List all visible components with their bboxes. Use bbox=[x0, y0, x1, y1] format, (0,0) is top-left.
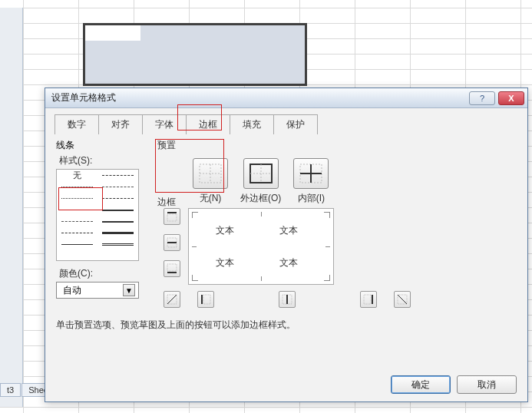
svg-rect-18 bbox=[203, 295, 210, 304]
tab-font[interactable]: 字体 bbox=[142, 114, 187, 134]
border-bottom-buttons bbox=[164, 291, 411, 308]
dialog-body: 线条 样式(S): 无 bbox=[45, 134, 527, 368]
border-diag-down-button[interactable] bbox=[394, 291, 411, 308]
border-bottom-icon bbox=[167, 263, 177, 274]
tick-marker bbox=[192, 246, 197, 247]
tab-alignment[interactable]: 对齐 bbox=[98, 114, 143, 134]
corner-marker bbox=[324, 275, 330, 281]
line-group-label: 线条 bbox=[56, 140, 74, 150]
cancel-button[interactable]: 取消 bbox=[457, 375, 517, 394]
border-hmiddle-button[interactable] bbox=[164, 234, 180, 251]
preset-inside: 内部(I) bbox=[293, 158, 329, 205]
tab-number[interactable]: 数字 bbox=[55, 114, 99, 134]
border-diag-up-icon bbox=[167, 294, 177, 305]
tick-marker bbox=[261, 212, 262, 216]
preset-outline-button[interactable] bbox=[243, 158, 279, 189]
style-option[interactable] bbox=[57, 204, 97, 216]
preview-text: 文本 bbox=[279, 256, 298, 269]
dialog-title: 设置单元格格式 bbox=[51, 91, 116, 104]
ok-button[interactable]: 确定 bbox=[391, 375, 451, 394]
preview-text: 文本 bbox=[279, 224, 298, 237]
style-none[interactable]: 无 bbox=[57, 170, 97, 181]
border-hmiddle-icon bbox=[167, 237, 177, 248]
border-bottom-button[interactable] bbox=[164, 260, 180, 277]
tab-border[interactable]: 边框 bbox=[186, 114, 230, 134]
svg-line-24 bbox=[398, 295, 407, 304]
preset-outline: 外边框(O) bbox=[240, 158, 281, 205]
tick-marker bbox=[325, 246, 330, 247]
border-left-button[interactable] bbox=[197, 291, 214, 308]
border-left-icon bbox=[200, 294, 211, 305]
svg-rect-21 bbox=[364, 295, 371, 304]
border-preview[interactable]: 文本 文本 文本 文本 bbox=[188, 208, 334, 285]
corner-marker bbox=[192, 212, 198, 218]
preset-area: 预置 无(N) bbox=[157, 139, 518, 208]
border-side-buttons bbox=[164, 208, 180, 277]
selected-range bbox=[83, 23, 307, 86]
titlebar: 设置单元格格式 ? X bbox=[45, 88, 527, 108]
preview-text: 文本 bbox=[216, 256, 234, 269]
tabstrip: 数字 对齐 字体 边框 填充 保护 bbox=[45, 108, 527, 134]
style-option[interactable] bbox=[97, 193, 138, 204]
color-label: 颜色(C): bbox=[59, 267, 148, 280]
corner-marker bbox=[192, 275, 198, 281]
style-option[interactable] bbox=[97, 227, 138, 239]
row-header-gutter bbox=[0, 8, 23, 407]
tab-protection[interactable]: 保护 bbox=[273, 114, 318, 134]
style-option[interactable] bbox=[97, 181, 138, 193]
style-option[interactable] bbox=[97, 204, 138, 216]
svg-line-16 bbox=[167, 295, 177, 304]
style-option[interactable] bbox=[97, 216, 138, 227]
close-button[interactable]: X bbox=[498, 91, 524, 105]
color-dropdown[interactable]: 自动 ▼ bbox=[56, 282, 139, 299]
style-option[interactable] bbox=[57, 239, 97, 250]
preset-none: 无(N) bbox=[193, 158, 228, 205]
border-label: 边框 bbox=[157, 196, 176, 209]
svg-rect-13 bbox=[167, 264, 177, 271]
helper-text: 单击预置选项、预览草图及上面的按钮可以添加边框样式。 bbox=[56, 319, 517, 332]
style-option[interactable] bbox=[97, 170, 138, 181]
style-option[interactable] bbox=[57, 193, 97, 204]
border-diag-up-button[interactable] bbox=[164, 291, 180, 308]
style-option[interactable] bbox=[57, 216, 97, 227]
border-vmiddle-icon bbox=[282, 294, 292, 305]
line-group: 线条 样式(S): 无 bbox=[56, 139, 148, 292]
border-right-button[interactable] bbox=[360, 291, 377, 308]
preset-none-label: 无(N) bbox=[200, 192, 222, 205]
preset-none-icon bbox=[199, 164, 222, 183]
active-cell bbox=[85, 25, 140, 41]
preset-label: 预置 bbox=[157, 140, 176, 150]
svg-rect-10 bbox=[167, 214, 177, 221]
chevron-down-icon: ▼ bbox=[123, 284, 135, 296]
dialog-footer: 确定 取消 bbox=[45, 368, 527, 401]
line-style-list: 无 bbox=[56, 169, 139, 261]
preset-none-button[interactable] bbox=[193, 158, 228, 189]
style-option[interactable] bbox=[97, 239, 138, 250]
style-option[interactable] bbox=[57, 181, 97, 193]
border-right-icon bbox=[363, 294, 374, 305]
preset-outline-icon bbox=[249, 164, 273, 183]
preset-inside-icon bbox=[299, 164, 322, 183]
window-buttons: ? X bbox=[469, 91, 527, 105]
format-cells-dialog: 设置单元格格式 ? X 数字 对齐 字体 边框 填充 保护 线条 样式(S): … bbox=[45, 88, 528, 402]
border-vmiddle-button[interactable] bbox=[279, 291, 296, 308]
border-top-button[interactable] bbox=[164, 208, 180, 225]
border-diag-down-icon bbox=[397, 294, 408, 305]
sheet-tab[interactable]: t3 bbox=[0, 383, 21, 397]
preset-outline-label: 外边框(O) bbox=[240, 192, 281, 205]
help-button[interactable]: ? bbox=[469, 91, 495, 105]
style-label: 样式(S): bbox=[59, 154, 148, 167]
border-top-icon bbox=[167, 211, 177, 222]
tick-marker bbox=[261, 276, 262, 281]
preset-inside-label: 内部(I) bbox=[298, 192, 325, 205]
border-area: 文本 文本 文本 文本 bbox=[157, 208, 518, 308]
style-option[interactable] bbox=[57, 227, 97, 239]
tab-fill[interactable]: 填充 bbox=[230, 114, 274, 134]
preset-inside-button[interactable] bbox=[293, 158, 329, 189]
color-value: 自动 bbox=[63, 284, 81, 297]
preset-row: 无(N) 外边框(O) bbox=[157, 152, 518, 208]
preview-text: 文本 bbox=[216, 224, 234, 237]
corner-marker bbox=[324, 212, 330, 218]
